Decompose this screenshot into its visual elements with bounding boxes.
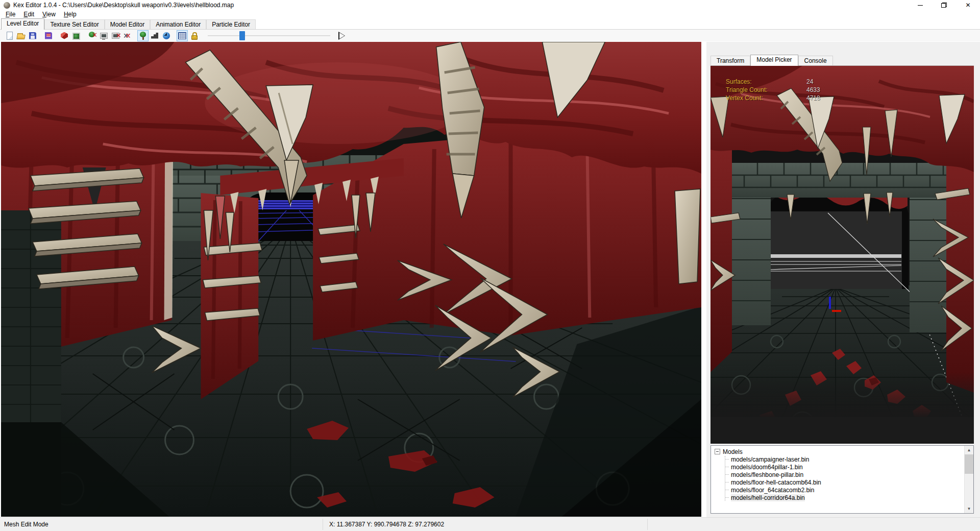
stat-label: Triangle Count: (726, 86, 806, 94)
toolbar (0, 30, 980, 41)
run-map-icon[interactable] (338, 32, 345, 40)
editor-tab[interactable]: Animation Editor (150, 19, 206, 29)
right-panel: TransformModel PickerConsole (706, 42, 980, 518)
panel-tab[interactable]: Transform (710, 56, 750, 65)
lock-icon[interactable] (189, 31, 199, 41)
zoom-slider-track (208, 35, 330, 37)
stat-row: Surfaces: 24 (726, 78, 820, 86)
app-window: Kex Editor 1.0.4 - C:\Users\Duke\Desktop… (0, 0, 980, 531)
editor-tab[interactable]: Texture Set Editor (44, 19, 104, 29)
scroll-up-icon[interactable]: ▲ (965, 446, 973, 454)
model-stats: Surfaces: 24 Triangle Count: 4633 Vertex… (726, 78, 820, 103)
delete-panel-icon[interactable] (110, 31, 120, 41)
model-tree-item[interactable]: models/floor_64catacomb2.bin (711, 486, 965, 494)
solid-cube-icon[interactable] (59, 31, 69, 41)
menu-item[interactable]: Edit (19, 10, 38, 18)
models-tree-items: models/campaigner-laser.bin models/doom6… (711, 455, 965, 501)
editor-tabstrip: Level EditorTexture Set EditorModel Edit… (0, 19, 980, 30)
editor-tab[interactable]: Model Editor (105, 19, 150, 29)
models-tree-root[interactable]: Models (711, 448, 965, 455)
restore-button[interactable] (932, 0, 956, 10)
zoom-slider-thumb[interactable] (239, 31, 245, 40)
toolbar-buttons (4, 31, 201, 41)
collapse-icon[interactable] (715, 449, 720, 454)
stairs-icon[interactable] (150, 31, 160, 41)
save-icon[interactable] (28, 31, 38, 41)
foliage-icon[interactable] (138, 31, 148, 41)
stat-row: Triangle Count: 4633 (726, 86, 820, 94)
model-preview-scene (710, 66, 974, 444)
model-tree-item[interactable]: models/hell-corridor64a.bin (711, 494, 965, 501)
titlebar[interactable]: Kex Editor 1.0.4 - C:\Users\Duke\Desktop… (0, 0, 980, 10)
delete-selection-icon[interactable] (122, 31, 132, 41)
tree-guide-line (725, 456, 725, 501)
minimize-icon (918, 5, 923, 6)
compass-icon[interactable] (161, 31, 172, 41)
surface-panel-icon[interactable] (99, 31, 109, 41)
panel-tab[interactable]: Console (798, 56, 833, 65)
statusbar-separator (647, 519, 648, 530)
close-button[interactable]: ✕ (956, 0, 980, 10)
editor-tab[interactable]: Level Editor (1, 18, 44, 30)
new-file-icon[interactable] (4, 31, 14, 41)
export-map-icon[interactable] (43, 31, 54, 41)
close-icon: ✕ (965, 2, 970, 8)
model-tree-item[interactable]: models/doom64pillar-1.bin (711, 463, 965, 471)
models-list: Models models/campaigner-laser.bin model… (710, 445, 974, 514)
delete-foliage-icon[interactable] (87, 31, 97, 41)
level-viewport-scene (1, 42, 701, 517)
statusbar: Mesh Edit Mode X: 11.367387 Y: 990.79467… (0, 517, 980, 531)
grid-snap-icon[interactable] (177, 31, 187, 41)
model-tree-item[interactable]: models/campaigner-laser.bin (711, 455, 965, 463)
app-icon (4, 2, 10, 9)
menu-item[interactable]: Help (60, 10, 81, 18)
menubar: FileEditViewHelp (0, 10, 980, 18)
menu-item[interactable]: File (2, 10, 19, 18)
scroll-down-icon[interactable]: ▼ (965, 504, 973, 513)
models-root-label: Models (723, 448, 743, 455)
stat-row: Vertex Count: 4718 (726, 94, 820, 103)
scroll-thumb[interactable] (965, 454, 973, 474)
panel-tab[interactable]: Model Picker (750, 55, 798, 66)
model-preview-viewport[interactable]: Surfaces: 24 Triangle Count: 4633 Vertex… (710, 65, 974, 444)
statusbar-separator (323, 519, 323, 530)
stat-label: Vertex Count: (726, 94, 806, 103)
stat-value: 24 (806, 78, 813, 86)
panel-tabstrip: TransformModel PickerConsole (710, 54, 833, 65)
stat-label: Surfaces: (726, 78, 806, 86)
zoom-slider[interactable] (208, 31, 330, 41)
window-title: Kex Editor 1.0.4 - C:\Users\Duke\Desktop… (13, 2, 234, 9)
restore-icon (941, 3, 947, 8)
level-viewport[interactable] (1, 42, 701, 517)
model-tree-item[interactable]: models/floor-hell-catacomb64.bin (711, 478, 965, 486)
status-mode: Mesh Edit Mode (4, 521, 48, 528)
stat-value: 4718 (806, 94, 820, 103)
status-coordinates: X: 11.367387 Y: 990.794678 Z: 97.279602 (329, 521, 444, 528)
menu-item[interactable]: View (38, 10, 60, 18)
editor-tab[interactable]: Particle Editor (206, 19, 256, 29)
texture-image-icon[interactable] (71, 31, 81, 41)
model-tree-item[interactable]: models/fleshbone-pillar.bin (711, 471, 965, 478)
window-controls: ✕ (908, 0, 980, 10)
stat-value: 4633 (806, 86, 820, 94)
models-scrollbar[interactable]: ▲ ▼ (964, 446, 973, 513)
minimize-button[interactable] (908, 0, 932, 10)
open-folder-icon[interactable] (16, 31, 26, 41)
models-tree: Models models/campaigner-laser.bin model… (711, 446, 965, 513)
